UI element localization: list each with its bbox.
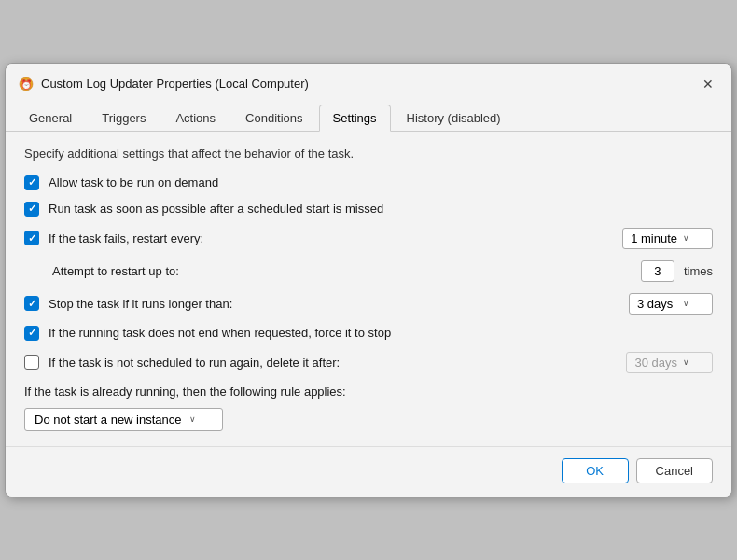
tab-general[interactable]: General — [15, 105, 86, 132]
tab-actions[interactable]: Actions — [161, 105, 229, 132]
main-window: ⏰ Custom Log Updater Properties (Local C… — [5, 63, 732, 497]
svg-text:⏰: ⏰ — [21, 78, 33, 91]
running-rule-dropdown[interactable]: Do not start a new instance ∨ — [24, 408, 223, 431]
window-title: Custom Log Updater Properties (Local Com… — [41, 77, 309, 91]
restart-fails-checkbox[interactable] — [24, 231, 39, 245]
stop-duration-dropdown[interactable]: 3 days ∨ — [629, 293, 713, 315]
tab-settings[interactable]: Settings — [319, 105, 391, 132]
footer: OK Cancel — [6, 446, 731, 497]
tab-bar: General Triggers Actions Conditions Sett… — [6, 100, 731, 132]
stop-long-checkbox[interactable] — [24, 296, 39, 311]
restart-attempts-input[interactable]: 3 — [641, 260, 674, 282]
delete-not-scheduled-row: If the task is not scheduled to run agai… — [24, 352, 713, 373]
force-stop-label: If the running task does not end when re… — [49, 326, 713, 340]
settings-content: Specify additional settings that affect … — [6, 132, 731, 446]
running-rule-label: If the task is already running, then the… — [24, 385, 713, 399]
allow-demand-row: Allow task to be run on demand — [24, 175, 713, 190]
tab-conditions[interactable]: Conditions — [231, 105, 316, 132]
title-bar: ⏰ Custom Log Updater Properties (Local C… — [6, 64, 731, 100]
delete-after-dropdown[interactable]: 30 days ∨ — [626, 352, 713, 373]
allow-demand-label: Allow task to be run on demand — [49, 175, 713, 189]
run-missed-label: Run task as soon as possible after a sch… — [49, 202, 713, 216]
tab-triggers[interactable]: Triggers — [88, 105, 160, 132]
running-rule-arrow: ∨ — [189, 414, 196, 424]
stop-duration-arrow: ∨ — [683, 299, 689, 308]
running-rule-value: Do not start a new instance — [35, 413, 182, 427]
ok-button[interactable]: OK — [562, 458, 629, 483]
run-missed-row: Run task as soon as possible after a sch… — [24, 202, 713, 217]
title-bar-left: ⏰ Custom Log Updater Properties (Local C… — [19, 77, 309, 91]
force-stop-checkbox[interactable] — [24, 326, 39, 341]
restart-attempts-row: Attempt to restart up to: 3 times — [24, 260, 713, 282]
close-button[interactable]: ✕ — [698, 74, 718, 94]
stop-long-row: Stop the task if it runs longer than: 3 … — [24, 293, 713, 315]
restart-fails-row: If the task fails, restart every: 1 minu… — [24, 228, 713, 249]
cancel-button[interactable]: Cancel — [636, 458, 713, 483]
restart-attempt-label: Attempt to restart up to: — [52, 264, 632, 278]
delete-after-value: 30 days — [634, 356, 677, 370]
description-text: Specify additional settings that affect … — [24, 147, 713, 161]
tab-history[interactable]: History (disabled) — [393, 105, 515, 132]
restart-fails-label: If the task fails, restart every: — [49, 231, 613, 245]
delete-not-scheduled-label: If the task is not scheduled to run agai… — [49, 356, 617, 370]
restart-interval-value: 1 minute — [631, 231, 677, 245]
allow-demand-checkbox[interactable] — [24, 175, 39, 190]
stop-long-label: Stop the task if it runs longer than: — [49, 297, 619, 311]
delete-not-scheduled-checkbox[interactable] — [24, 355, 39, 370]
restart-interval-arrow: ∨ — [683, 233, 689, 243]
restart-times-label: times — [684, 264, 713, 278]
delete-after-arrow: ∨ — [683, 357, 689, 367]
window-icon: ⏰ — [19, 77, 34, 91]
restart-interval-dropdown[interactable]: 1 minute ∨ — [622, 228, 713, 249]
stop-duration-value: 3 days — [637, 297, 673, 311]
force-stop-row: If the running task does not end when re… — [24, 326, 713, 341]
run-missed-checkbox[interactable] — [24, 202, 39, 217]
